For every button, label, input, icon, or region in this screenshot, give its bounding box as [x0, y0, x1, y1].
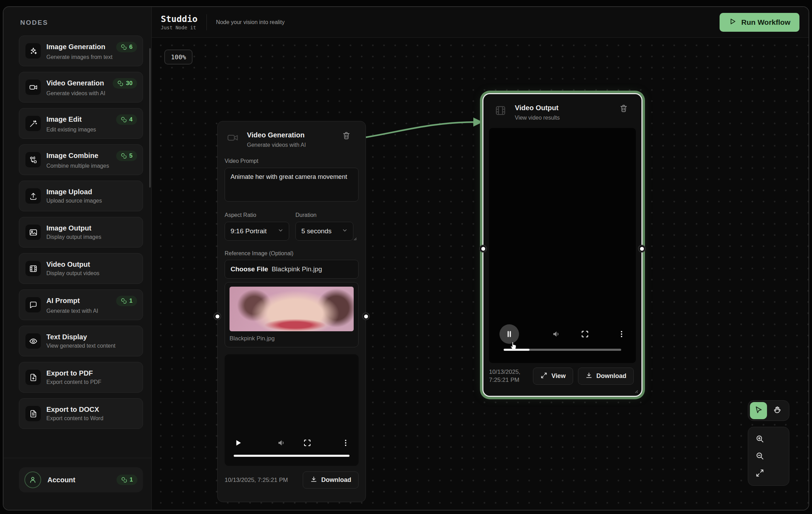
sidebar-item-video-output[interactable]: Video Output Display output videos: [19, 253, 143, 284]
item-name: Image Edit: [46, 115, 82, 123]
aspect-ratio-label: Aspect Ratio: [225, 212, 289, 218]
account-button[interactable]: Account 1: [19, 467, 143, 492]
volume-muted-icon[interactable]: [552, 330, 561, 340]
film-icon: [495, 105, 509, 119]
reference-image-thumbnail[interactable]: [230, 287, 354, 331]
play-icon: [729, 17, 737, 27]
item-desc: Combine multiple images: [46, 163, 137, 169]
zoom-out-button[interactable]: [748, 448, 789, 465]
video-generation-node[interactable]: Video Generation Generate videos with AI…: [217, 121, 366, 502]
sidebar-item-video-generation[interactable]: Video Generation 30 Generate videos with…: [19, 72, 143, 103]
choose-file-button[interactable]: Choose File: [231, 265, 268, 273]
item-name: Video Generation: [46, 79, 104, 87]
pan-tool-button[interactable]: [769, 402, 786, 419]
download-button[interactable]: Download: [303, 471, 359, 489]
canvas[interactable]: 100% Video Generation Generate videos wi…: [152, 38, 809, 510]
node-subtitle: Generate videos with AI: [247, 142, 336, 148]
item-name: Image Upload: [46, 188, 92, 196]
credits-badge: 6: [116, 42, 137, 52]
account-label: Account: [47, 476, 110, 484]
sidebar-item-ai-prompt[interactable]: AI Prompt 1 Generate text with AI: [19, 289, 143, 320]
app-screenshot: NODES Image Generation 6 Generate images…: [0, 0, 812, 514]
fit-view-button[interactable]: [748, 465, 789, 482]
fullscreen-icon[interactable]: [303, 438, 312, 448]
run-workflow-button[interactable]: Run Workflow: [720, 13, 799, 32]
zoom-in-button[interactable]: [748, 431, 789, 448]
sidebar-item-export-docx[interactable]: Export to DOCX Export content to Word: [19, 398, 143, 429]
pause-button[interactable]: [499, 324, 519, 344]
video-output-node[interactable]: Video Output View video results 10/13/20…: [483, 94, 641, 396]
item-name: Export to DOCX: [46, 406, 99, 414]
sidebar-item-image-generation[interactable]: Image Generation 6 Generate images from …: [19, 36, 143, 66]
item-desc: Upload source images: [46, 198, 137, 204]
sidebar-item-text-display[interactable]: Text Display View generated text content: [19, 326, 143, 356]
item-desc: Edit existing images: [46, 127, 137, 133]
output-handle[interactable]: [638, 245, 646, 252]
duration-select[interactable]: 5 seconds: [295, 222, 353, 241]
node-resize-handle[interactable]: [633, 388, 638, 393]
sidebar-item-image-edit[interactable]: Image Edit 4 Edit existing images: [19, 108, 143, 139]
sidebar-item-image-upload[interactable]: Image Upload Upload source images: [19, 181, 143, 211]
credits-badge: 1: [116, 475, 137, 485]
sparkles-icon: [25, 43, 41, 59]
zoom-level-badge[interactable]: 100%: [164, 50, 193, 65]
pointer-tool-group: [748, 400, 789, 421]
node-header: Video Generation Generate videos with AI: [225, 121, 359, 148]
app-window: NODES Image Generation 6 Generate images…: [3, 6, 809, 511]
sidebar-item-export-pdf[interactable]: Export to PDF Export content to PDF: [19, 362, 143, 393]
reference-image-caption: Blackpink Pin.jpg: [230, 335, 354, 342]
input-handle[interactable]: [479, 245, 487, 252]
sidebar-item-image-combine[interactable]: Image Combine 5 Combine multiple images: [19, 144, 143, 175]
output-handle[interactable]: [362, 312, 370, 320]
zoom-out-icon: [755, 451, 765, 462]
generation-timestamp: 10/13/2025, 7:25:21 PM: [225, 477, 288, 484]
item-name: AI Prompt: [46, 297, 80, 305]
download-button[interactable]: Download: [578, 368, 634, 385]
select-tool-button[interactable]: [750, 402, 767, 419]
output-video-player[interactable]: [489, 128, 636, 363]
kebab-menu-icon[interactable]: [617, 330, 626, 340]
delete-node-button[interactable]: [342, 131, 351, 141]
input-handle[interactable]: [213, 312, 221, 320]
file-text-icon: [25, 406, 41, 421]
kebab-menu-icon[interactable]: [341, 438, 350, 448]
view-button[interactable]: View: [533, 368, 573, 385]
zoom-controls: [748, 427, 789, 486]
magic-wand-icon: [25, 116, 41, 131]
choose-file-input[interactable]: Choose File Blackpink Pin.jpg: [225, 260, 359, 279]
reference-thumbnail-card: Blackpink Pin.jpg: [225, 282, 359, 347]
item-desc: Display output videos: [46, 270, 137, 277]
credits-badge: 4: [116, 114, 137, 125]
generated-video-player[interactable]: [225, 354, 359, 466]
duration-label: Duration: [295, 212, 353, 218]
textarea-resize-grip[interactable]: [352, 236, 357, 241]
fit-view-icon: [755, 468, 765, 479]
aspect-ratio-select[interactable]: 9:16 Portrait: [225, 222, 289, 241]
eye-icon: [25, 333, 41, 349]
video-prompt-textarea[interactable]: Animate her with great camera movement: [225, 168, 359, 202]
generation-timestamp: 10/13/2025,7:25:21 PM: [489, 368, 528, 384]
video-progress-bar[interactable]: [504, 349, 621, 351]
item-desc: Generate text with AI: [46, 308, 137, 314]
sidebar-section-title: NODES: [20, 19, 151, 27]
sidebar-scrollbar[interactable]: [149, 48, 151, 188]
fullscreen-icon[interactable]: [580, 330, 589, 340]
sidebar-item-image-output[interactable]: Image Output Display output images: [19, 217, 143, 248]
item-desc: Display output images: [46, 234, 137, 240]
chevron-down-icon: [341, 227, 348, 235]
play-button[interactable]: [234, 438, 243, 448]
video-progress-bar[interactable]: [234, 455, 349, 457]
delete-node-button[interactable]: [619, 104, 628, 114]
item-name: Image Generation: [46, 43, 105, 51]
volume-muted-icon[interactable]: [277, 438, 286, 448]
chevron-down-icon: [277, 227, 284, 235]
sidebar-footer: Account 1: [3, 458, 151, 510]
item-desc: Export content to Word: [46, 415, 137, 422]
header-divider: [206, 14, 207, 30]
node-title: Video Generation: [247, 131, 336, 139]
credits-badge: 30: [113, 78, 137, 89]
expand-view-icon: [540, 372, 548, 381]
combine-icon: [25, 152, 41, 167]
trash-icon: [619, 109, 628, 114]
video-frame: [498, 131, 627, 360]
